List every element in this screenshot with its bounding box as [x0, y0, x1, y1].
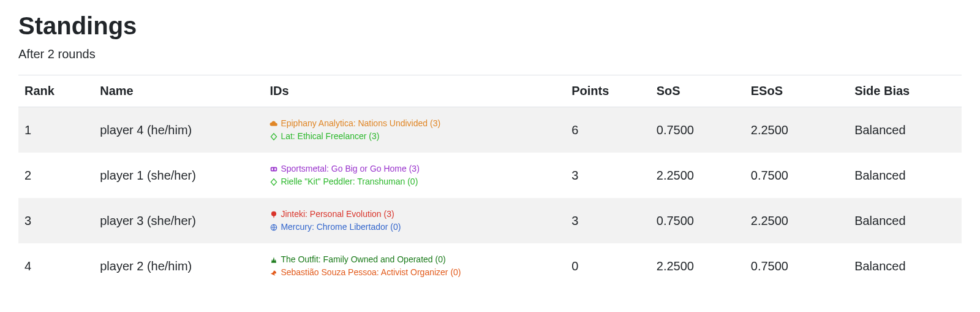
cell-points: 6: [565, 107, 650, 153]
cell-points: 3: [565, 153, 650, 198]
table-row: 2player 1 (she/her)Sportsmetal: Go Big o…: [18, 153, 962, 198]
svg-rect-0: [271, 167, 277, 171]
cell-side-bias: Balanced: [848, 198, 962, 243]
corp-faction-icon: [270, 256, 278, 264]
table-row: 3player 3 (she/her)Jinteki: Personal Evo…: [18, 198, 962, 243]
cell-sos: 2.2500: [650, 153, 745, 198]
corp-id-label: Epiphany Analytica: Nations Undivided (3…: [281, 117, 440, 130]
cell-name: player 2 (he/him): [94, 243, 263, 289]
runner-faction-icon: [270, 178, 278, 186]
table-row: 4player 2 (he/him)The Outfit: Family Own…: [18, 243, 962, 289]
svg-rect-4: [274, 215, 274, 218]
cell-points: 0: [565, 243, 650, 289]
col-header-ids: IDs: [263, 75, 565, 107]
corp-id-label: The Outfit: Family Owned and Operated (0…: [281, 253, 445, 266]
table-row: 1player 4 (he/him)Epiphany Analytica: Na…: [18, 107, 962, 153]
runner-id-label: Sebastião Souza Pessoa: Activist Organiz…: [281, 266, 461, 279]
runner-faction-icon: [270, 268, 278, 277]
cell-esos: 0.7500: [745, 153, 848, 198]
corp-faction-icon: [270, 120, 278, 128]
runner-id: Lat: Ethical Freelancer (3): [270, 130, 559, 143]
cell-side-bias: Balanced: [848, 107, 962, 153]
corp-faction-icon: [270, 210, 278, 219]
subtitle: After 2 rounds: [18, 47, 962, 61]
cell-side-bias: Balanced: [848, 243, 962, 289]
page-title: Standings: [18, 12, 962, 40]
cell-rank: 3: [18, 198, 94, 243]
cell-name: player 4 (he/him): [94, 107, 263, 153]
cell-ids: The Outfit: Family Owned and Operated (0…: [263, 243, 565, 289]
corp-id-label: Jinteki: Personal Evolution (3): [281, 208, 394, 221]
runner-id: Sebastião Souza Pessoa: Activist Organiz…: [270, 266, 559, 279]
cell-name: player 3 (she/her): [94, 198, 263, 243]
cell-ids: Jinteki: Personal Evolution (3)Mercury: …: [263, 198, 565, 243]
col-header-sos: SoS: [650, 75, 745, 107]
cell-points: 3: [565, 198, 650, 243]
svg-rect-2: [275, 168, 276, 170]
runner-faction-icon: [270, 223, 278, 232]
col-header-side-bias: Side Bias: [848, 75, 962, 107]
cell-ids: Epiphany Analytica: Nations Undivided (3…: [263, 107, 565, 153]
corp-id: Sportsmetal: Go Big or Go Home (3): [270, 162, 559, 175]
runner-id: Rielle "Kit" Peddler: Transhuman (0): [270, 175, 559, 188]
cell-rank: 1: [18, 107, 94, 153]
corp-faction-icon: [270, 165, 278, 173]
cell-ids: Sportsmetal: Go Big or Go Home (3)Rielle…: [263, 153, 565, 198]
cell-sos: 2.2500: [650, 243, 745, 289]
cell-esos: 2.2500: [745, 107, 848, 153]
col-header-esos: ESoS: [745, 75, 848, 107]
col-header-rank: Rank: [18, 75, 94, 107]
svg-rect-1: [272, 168, 273, 170]
corp-id: Epiphany Analytica: Nations Undivided (3…: [270, 117, 559, 130]
col-header-points: Points: [565, 75, 650, 107]
cell-rank: 2: [18, 153, 94, 198]
cell-sos: 0.7500: [650, 198, 745, 243]
cell-esos: 0.7500: [745, 243, 848, 289]
cell-sos: 0.7500: [650, 107, 745, 153]
corp-id-label: Sportsmetal: Go Big or Go Home (3): [281, 162, 419, 175]
standings-table: Rank Name IDs Points SoS ESoS Side Bias …: [18, 75, 962, 289]
cell-name: player 1 (she/her): [94, 153, 263, 198]
runner-faction-icon: [270, 132, 278, 141]
corp-id: Jinteki: Personal Evolution (3): [270, 208, 559, 221]
cell-rank: 4: [18, 243, 94, 289]
runner-id: Mercury: Chrome Libertador (0): [270, 221, 559, 234]
cell-side-bias: Balanced: [848, 153, 962, 198]
col-header-name: Name: [94, 75, 263, 107]
runner-id-label: Lat: Ethical Freelancer (3): [281, 130, 379, 143]
corp-id: The Outfit: Family Owned and Operated (0…: [270, 253, 559, 266]
runner-id-label: Rielle "Kit" Peddler: Transhuman (0): [281, 175, 418, 188]
runner-id-label: Mercury: Chrome Libertador (0): [281, 221, 401, 234]
cell-esos: 2.2500: [745, 198, 848, 243]
